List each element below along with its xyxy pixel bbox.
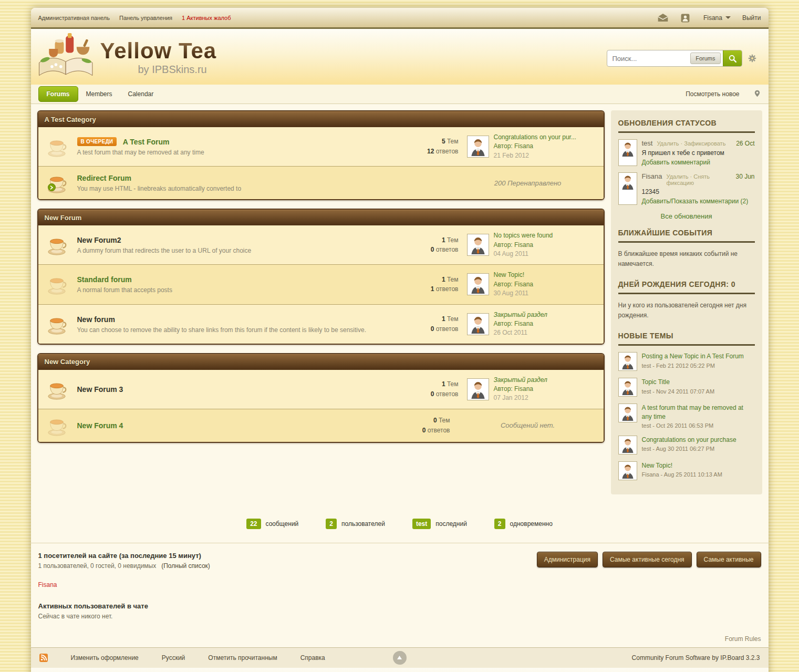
category-header[interactable]: New Category [38,354,604,370]
topic-link[interactable]: Posting a New Topic in A Test Forum [642,352,744,360]
site-subtitle: by IPBSkins.ru [138,64,217,76]
rss-icon[interactable] [39,654,48,662]
logo[interactable]: Yellow Tea by IPBSkins.ru [31,32,217,82]
user-menu[interactable]: Fisana [703,14,731,22]
status-user-link[interactable]: test [642,139,653,147]
view-new-link[interactable]: Посмотреть новое [686,90,739,98]
forum-rules-link[interactable]: Forum Rules [725,635,761,643]
last-post-link[interactable]: Закрытый раздел [494,376,547,385]
category-new-forum: New Forum New Forum2 A dummy forum that … [37,209,605,345]
teacup-icon [45,274,73,295]
status-text: Я пришел к тебе с приветом [642,149,755,157]
status-actions-links[interactable]: Удалить · Снять фиксацию [667,173,732,186]
administration-button[interactable]: Администрация [537,552,598,567]
last-post-link[interactable]: Congratulations on your pur... [494,133,576,142]
last-post-author: Автор: Fisana [494,319,547,328]
add-comment-link[interactable]: Добавить комментарий [642,159,710,166]
logout-link[interactable]: Выйти [742,14,761,22]
forum-stats: 1 Тем 0 ответов [400,379,459,399]
forum-link[interactable]: Standard forum [77,275,132,284]
forum-link[interactable]: A Test Forum [123,138,170,146]
status-actions-links[interactable]: Удалить · Зафиксировать [657,140,732,147]
avatar[interactable] [467,273,489,295]
show-comments-link[interactable]: Добавить/Показать комментарии (2) [642,198,749,205]
forum-link[interactable]: New Forum 4 [77,421,123,430]
topic-meta: test - Nov 24 2011 07:07 AM [642,388,715,395]
search-button[interactable] [723,50,742,67]
forum-link[interactable]: New forum [77,315,115,324]
search-settings-gear-icon[interactable] [748,54,757,63]
forum-stats: 1 Тем 0 ответов [400,314,459,334]
upcoming-events-title: БЛИЖАЙШИЕ СОБЫТИЯ [618,222,755,243]
back-to-top-button[interactable] [393,651,407,665]
avatar[interactable] [618,378,637,397]
most-active-button[interactable]: Самые активные [697,552,761,567]
avatar[interactable] [467,313,489,335]
map-pin-icon[interactable] [753,89,761,100]
new-topics-title: НОВЫЕ ТЕМЫ [618,325,755,346]
avatar[interactable] [618,404,637,422]
forum-row: Standard forum A normal forum that accep… [38,264,604,304]
admin-panel-link[interactable]: Административная панель [38,15,110,21]
forum-row: Redirect Forum You may use HTML - linebr… [38,166,604,199]
language-link[interactable]: Русский [162,654,185,661]
full-list-link[interactable]: (Полный список) [161,562,210,570]
board-footer: 1 посетителей на сайте (за последние 15 … [31,543,769,647]
board-stats: 22 сообщений 2 пользователей test послед… [31,494,769,541]
status-updates-title: ОБНОВЛЕНИЯ СТАТУСОВ [618,112,755,133]
last-post-link[interactable]: New Topic! [494,271,534,280]
forum-link[interactable]: Redirect Forum [77,174,131,182]
forum-link[interactable]: New Forum2 [77,236,121,244]
avatar[interactable] [618,461,637,480]
footer-bottom: Copyright © 2012 Your Company Name [31,668,769,672]
search-input[interactable] [613,55,691,63]
stat-latest-member: test последний [412,519,467,529]
forum-link[interactable]: New Forum 3 [77,385,123,394]
most-active-today-button[interactable]: Самые активные сегодня [603,552,692,567]
teacup-icon [45,415,73,436]
stat-posts: 22 сообщений [246,519,298,529]
avatar[interactable] [618,172,637,205]
header: Yellow Tea by IPBSkins.ru Forums [31,29,769,85]
avatar[interactable] [467,234,489,256]
last-post-link[interactable]: Закрытый раздел [494,311,547,319]
online-user-link[interactable]: Fisana [38,581,57,588]
topic-link[interactable]: Congratulations on your purchase [642,436,736,444]
status-update-item: Fisana Удалить · Снять фиксацию 30 Jun 1… [618,172,755,205]
forum-stats: 1 Тем 0 ответов [400,235,459,255]
visitors-detail: 1 пользователей, 0 гостей, 0 невидимых [38,562,157,570]
last-post-date: 21 Feb 2012 [494,151,576,160]
category-a-test-category: A Test Category В ОЧЕРЕДИ A Test Forum A… [37,110,605,200]
search-area: Forums [607,50,757,67]
messages-icon[interactable] [657,13,669,23]
avatar[interactable] [467,136,489,158]
search-icon [728,54,737,63]
topic-link[interactable]: A test forum that may be removed at any … [642,404,755,420]
control-panel-link[interactable]: Панель управления [119,15,172,21]
chat-title: Активных пользователей в чате [38,602,761,610]
topic-link[interactable]: New Topic! [642,461,722,470]
avatar[interactable] [467,378,489,400]
tab-forums[interactable]: Forums [38,86,78,102]
profile-icon[interactable] [680,13,692,23]
help-link[interactable]: Справка [300,654,325,661]
last-post-link[interactable]: No topics were found [494,231,553,240]
mark-read-link[interactable]: Отметить прочитанным [208,654,277,661]
all-updates-link[interactable]: Все обновления [618,212,755,220]
tab-calendar[interactable]: Calendar [120,87,162,101]
active-complaints-link[interactable]: 1 Активных жалоб [182,15,231,21]
category-header[interactable]: New Forum [38,210,604,225]
topic-link[interactable]: Topic Title [642,378,715,386]
category-header[interactable]: A Test Category [38,111,604,127]
upcoming-events-text: В ближайшее время никаких событий не нам… [618,249,755,268]
avatar[interactable] [618,139,637,166]
change-theme-link[interactable]: Изменить оформление [71,654,139,661]
tab-members[interactable]: Members [78,87,120,101]
search-scope-button[interactable]: Forums [690,53,720,64]
status-user-link[interactable]: Fisana [642,172,662,180]
birthdays-title: ДНЕЙ РОЖДЕНИЯ СЕГОДНЯ: 0 [618,274,755,294]
status-text: 12345 [642,188,755,195]
new-topic-item: Posting a New Topic in A Test Forum test… [618,352,755,371]
avatar[interactable] [618,352,637,371]
avatar[interactable] [618,436,637,454]
